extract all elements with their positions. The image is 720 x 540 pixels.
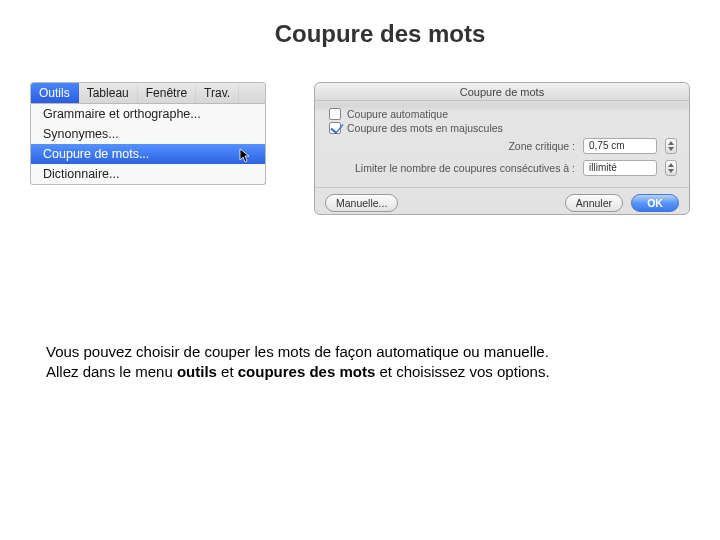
menubar-item-tableau[interactable]: Tableau [79, 83, 138, 103]
zone-stepper[interactable] [665, 138, 677, 154]
menu-item-grammaire[interactable]: Grammaire et orthographe... [31, 104, 265, 124]
zone-input[interactable]: 0,75 cm [583, 138, 657, 154]
menu-item-dictionnaire[interactable]: Dictionnaire... [31, 164, 265, 184]
dialog-body: Coupure automatique Coupure des mots en … [315, 101, 689, 183]
cursor-icon [239, 148, 251, 164]
checkbox-caps-label: Coupure des mots en majuscules [347, 122, 503, 134]
check-row-caps: Coupure des mots en majuscules [329, 121, 679, 135]
page-title: Coupure des mots [0, 20, 720, 48]
dialog-title: Coupure de mots [315, 83, 689, 101]
manual-button[interactable]: Manuelle... [325, 194, 398, 212]
zone-label: Zone critique : [331, 140, 575, 152]
menubar-item-trav[interactable]: Trav. [196, 83, 239, 103]
menu-item-label: Coupure de mots... [43, 147, 149, 161]
menu-screenshot: Outils Tableau Fenêtre Trav. Grammaire e… [30, 82, 266, 185]
dialog: Coupure de mots Coupure automatique Coup… [314, 82, 690, 215]
checkbox-auto-label: Coupure automatique [347, 108, 448, 120]
menubar-item-fenetre[interactable]: Fenêtre [138, 83, 196, 103]
menu-dropdown: Grammaire et orthographe... Synonymes...… [30, 104, 266, 185]
limit-stepper[interactable] [665, 160, 677, 176]
check-row-auto: Coupure automatique [329, 107, 679, 121]
caption-bold-outils: outils [177, 363, 217, 380]
caption-bold-coupures: coupures des mots [238, 363, 376, 380]
field-row-zone: Zone critique : 0,75 cm [329, 135, 679, 157]
caption-line2e: et choisissez vos options. [375, 363, 549, 380]
menubar: Outils Tableau Fenêtre Trav. [30, 82, 266, 104]
menu-item-synonymes[interactable]: Synonymes... [31, 124, 265, 144]
caption-line1: Vous pouvez choisir de couper les mots d… [46, 343, 549, 360]
caption-line2c: et [217, 363, 238, 380]
checkbox-caps[interactable] [329, 122, 341, 134]
field-row-limit: Limiter le nombre de coupures consécutiv… [329, 157, 679, 179]
limit-label: Limiter le nombre de coupures consécutiv… [331, 162, 575, 174]
checkbox-auto[interactable] [329, 108, 341, 120]
menu-item-coupure[interactable]: Coupure de mots... [31, 144, 265, 164]
limit-input[interactable]: illimité [583, 160, 657, 176]
dialog-button-bar: Manuelle... Annuler OK [315, 187, 689, 212]
ok-button[interactable]: OK [631, 194, 679, 212]
menubar-item-outils[interactable]: Outils [31, 83, 79, 103]
caption-line2a: Allez dans le menu [46, 363, 177, 380]
caption: Vous pouvez choisir de couper les mots d… [46, 342, 666, 383]
cancel-button[interactable]: Annuler [565, 194, 623, 212]
